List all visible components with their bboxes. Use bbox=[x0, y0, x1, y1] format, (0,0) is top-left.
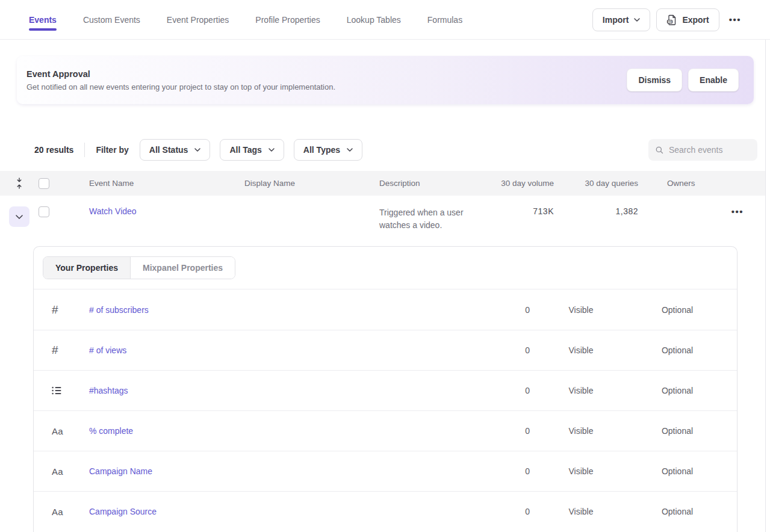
property-count: 0 bbox=[525, 386, 530, 395]
tab-events[interactable]: Events bbox=[29, 1, 57, 39]
tab-mixpanel-properties-label: Mixpanel Properties bbox=[143, 263, 223, 273]
search-events-input[interactable] bbox=[669, 145, 750, 155]
banner-actions: Dismiss Enable bbox=[627, 69, 739, 91]
more-options-button[interactable]: ••• bbox=[725, 11, 745, 28]
enable-button[interactable]: Enable bbox=[688, 69, 739, 91]
lexicon-events-page: Events Custom Events Event Properties Pr… bbox=[0, 0, 770, 532]
property-name-link[interactable]: Campaign Name bbox=[89, 466, 464, 476]
nav-actions: Import csv Export ••• bbox=[592, 8, 745, 31]
top-nav: Events Custom Events Event Properties Pr… bbox=[0, 0, 770, 40]
chevron-down-icon bbox=[16, 215, 23, 219]
property-name-link[interactable]: # of views bbox=[89, 345, 464, 355]
svg-text:csv: csv bbox=[668, 20, 672, 23]
collapse-all-button[interactable] bbox=[16, 178, 23, 189]
tags-filter-dropdown[interactable]: All Tags bbox=[220, 139, 284, 161]
property-count: 0 bbox=[525, 507, 530, 516]
property-visibility: Visible bbox=[569, 466, 594, 476]
results-count: 20 results bbox=[34, 145, 73, 155]
property-count: 0 bbox=[525, 305, 530, 315]
import-button[interactable]: Import bbox=[592, 8, 651, 31]
property-requirement: Optional bbox=[662, 386, 693, 395]
status-filter-dropdown[interactable]: All Status bbox=[140, 139, 211, 161]
tab-profile-properties-label: Profile Properties bbox=[255, 15, 320, 25]
column-header-description: Description bbox=[379, 179, 488, 188]
banner-subtitle: Get notified on all new events entering … bbox=[26, 82, 627, 91]
chevron-down-icon bbox=[347, 148, 353, 152]
filter-by-label: Filter by bbox=[96, 145, 128, 155]
import-button-label: Import bbox=[603, 15, 629, 25]
tab-mixpanel-properties[interactable]: Mixpanel Properties bbox=[131, 257, 235, 279]
tab-profile-properties[interactable]: Profile Properties bbox=[255, 1, 320, 39]
property-visibility: Visible bbox=[569, 426, 594, 436]
select-all-checkbox[interactable] bbox=[39, 178, 49, 189]
column-header-volume: 30 day volume bbox=[501, 179, 554, 188]
tab-your-properties-label: Your Properties bbox=[55, 263, 118, 273]
vertical-divider bbox=[84, 143, 85, 157]
tab-your-properties[interactable]: Your Properties bbox=[43, 257, 131, 279]
tags-filter-label: All Tags bbox=[229, 145, 261, 155]
chevron-down-icon bbox=[269, 148, 275, 152]
types-filter-dropdown[interactable]: All Types bbox=[294, 139, 362, 161]
csv-file-icon: csv bbox=[666, 14, 677, 25]
tab-lookup-tables-label: Lookup Tables bbox=[347, 15, 401, 25]
active-tab-underline bbox=[29, 28, 57, 31]
tab-lookup-tables[interactable]: Lookup Tables bbox=[347, 1, 401, 39]
column-header-owners: Owners bbox=[638, 179, 716, 188]
row-expander-cell bbox=[9, 196, 29, 227]
column-header-event-name: Event Name bbox=[89, 179, 244, 188]
types-filter-label: All Types bbox=[303, 145, 340, 155]
display-name-cell bbox=[244, 196, 379, 206]
property-name-link[interactable]: # of subscribers bbox=[89, 305, 464, 315]
status-filter-label: All Status bbox=[149, 145, 188, 155]
text-icon: Aa bbox=[52, 466, 89, 477]
search-events-box bbox=[648, 139, 757, 161]
tab-events-label: Events bbox=[29, 15, 57, 25]
row-checkbox-cell bbox=[39, 196, 89, 219]
tab-event-properties[interactable]: Event Properties bbox=[167, 1, 229, 39]
scroll-area-right-border bbox=[765, 40, 766, 532]
property-count: 0 bbox=[525, 466, 530, 476]
property-row: Aa Campaign Name 0 Visible Optional bbox=[34, 451, 737, 491]
property-visibility: Visible bbox=[569, 305, 594, 315]
property-name-link[interactable]: Campaign Source bbox=[89, 507, 464, 516]
property-name-link[interactable]: % complete bbox=[89, 426, 464, 436]
property-count: 0 bbox=[525, 426, 530, 436]
nav-tabs: Events Custom Events Event Properties Pr… bbox=[29, 1, 592, 39]
tab-custom-events[interactable]: Custom Events bbox=[83, 1, 140, 39]
row-more-options-button[interactable]: ••• bbox=[728, 203, 747, 220]
property-row: # # of subscribers 0 Visible Optional bbox=[34, 289, 737, 330]
export-button[interactable]: csv Export bbox=[656, 8, 719, 31]
export-button-label: Export bbox=[682, 15, 709, 25]
property-requirement: Optional bbox=[662, 507, 693, 516]
properties-segmented-control: Your Properties Mixpanel Properties bbox=[43, 256, 235, 279]
property-visibility: Visible bbox=[569, 345, 594, 355]
collapse-row-button[interactable] bbox=[9, 206, 29, 227]
filter-bar: 20 results Filter by All Status All Tags… bbox=[34, 139, 757, 161]
property-name-link[interactable]: #hashtags bbox=[89, 386, 464, 395]
event-name-link[interactable]: Watch Video bbox=[89, 206, 137, 216]
event-name-cell: Watch Video bbox=[89, 196, 244, 216]
column-header-queries: 30 day queries bbox=[585, 179, 638, 188]
volume-value: 713K bbox=[533, 196, 554, 216]
property-requirement: Optional bbox=[662, 345, 693, 355]
collapse-all-icon bbox=[16, 178, 23, 189]
property-row: Aa % complete 0 Visible Optional bbox=[34, 410, 737, 451]
column-header-display-name: Display Name bbox=[244, 179, 379, 188]
tab-formulas[interactable]: Formulas bbox=[427, 1, 462, 39]
property-visibility: Visible bbox=[569, 507, 594, 516]
banner-title: Event Approval bbox=[26, 69, 627, 79]
queries-value: 1,382 bbox=[615, 196, 638, 216]
properties-panel: Your Properties Mixpanel Properties # # … bbox=[33, 246, 737, 532]
tab-custom-events-label: Custom Events bbox=[83, 15, 140, 25]
number-icon: # bbox=[52, 303, 89, 317]
row-actions-cell: ••• bbox=[728, 196, 765, 220]
dismiss-button[interactable]: Dismiss bbox=[627, 69, 682, 91]
chevron-down-icon bbox=[194, 148, 200, 152]
number-icon: # bbox=[52, 344, 89, 357]
list-icon bbox=[52, 386, 89, 395]
property-visibility: Visible bbox=[569, 386, 594, 395]
owners-cell bbox=[638, 196, 716, 206]
row-checkbox[interactable] bbox=[39, 206, 49, 217]
property-requirement: Optional bbox=[662, 305, 693, 315]
property-requirement: Optional bbox=[662, 426, 693, 436]
